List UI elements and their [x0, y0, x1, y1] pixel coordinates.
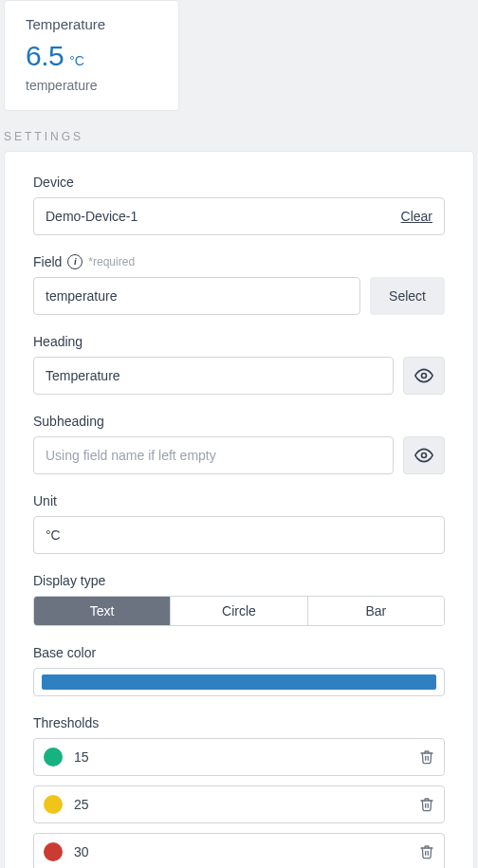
settings-panel: Device Clear Field i *required Select He…	[4, 151, 474, 868]
display-type-text[interactable]: Text	[34, 597, 171, 625]
unit-input-wrap	[33, 516, 445, 554]
unit-group: Unit	[33, 493, 445, 554]
preview-subheading: temperature	[26, 78, 157, 93]
subheading-input-wrap	[33, 436, 394, 474]
heading-label: Heading	[33, 334, 445, 349]
preview-card: Temperature 6.5 °C temperature	[4, 0, 179, 111]
display-type-segmented: Text Circle Bar	[33, 596, 445, 626]
display-type-group: Display type Text Circle Bar	[33, 573, 445, 626]
svg-point-0	[422, 374, 427, 379]
unit-input[interactable]	[46, 527, 432, 543]
display-type-bar[interactable]: Bar	[308, 597, 444, 625]
threshold-value-input[interactable]	[74, 844, 408, 859]
display-type-circle[interactable]: Circle	[171, 597, 307, 625]
field-label-row: Field i *required	[33, 254, 445, 269]
subheading-label: Subheading	[33, 414, 445, 429]
settings-section-title: SETTINGS	[4, 130, 478, 143]
preview-value: 6.5	[26, 40, 64, 72]
subheading-group: Subheading	[33, 414, 445, 474]
info-icon[interactable]: i	[67, 254, 83, 269]
eye-icon	[414, 446, 433, 465]
field-label: Field	[33, 254, 62, 269]
field-select-button[interactable]: Select	[370, 277, 445, 315]
subheading-input[interactable]	[46, 448, 381, 463]
trash-icon	[419, 749, 434, 765]
heading-input[interactable]	[46, 368, 381, 383]
thresholds-group: Thresholds + Add threshold	[33, 715, 445, 868]
eye-icon	[414, 366, 433, 385]
base-color-picker[interactable]	[33, 668, 445, 696]
heading-group: Heading	[33, 334, 445, 395]
heading-input-wrap	[33, 357, 394, 395]
threshold-row	[33, 785, 445, 823]
threshold-color-swatch[interactable]	[44, 795, 63, 814]
threshold-color-swatch[interactable]	[44, 748, 63, 766]
trash-icon	[419, 797, 434, 812]
threshold-value-input[interactable]	[74, 797, 408, 812]
threshold-row	[33, 833, 445, 868]
field-group: Field i *required Select	[33, 254, 445, 315]
device-input-wrap: Clear	[33, 197, 445, 235]
threshold-delete-button[interactable]	[419, 749, 434, 765]
field-input[interactable]	[46, 288, 348, 304]
display-type-label: Display type	[33, 573, 445, 588]
base-color-group: Base color	[33, 645, 445, 696]
threshold-delete-button[interactable]	[419, 797, 434, 812]
subheading-visibility-toggle[interactable]	[403, 436, 445, 474]
threshold-delete-button[interactable]	[419, 844, 434, 859]
svg-point-1	[422, 453, 427, 458]
base-color-label: Base color	[33, 645, 445, 660]
device-label: Device	[33, 175, 445, 190]
trash-icon	[419, 844, 434, 859]
threshold-row	[33, 738, 445, 776]
base-color-swatch	[42, 674, 436, 690]
preview-value-row: 6.5 °C	[26, 40, 157, 72]
device-group: Device Clear	[33, 175, 445, 235]
field-input-wrap	[33, 277, 360, 315]
field-hint: *required	[88, 255, 135, 268]
device-clear-link[interactable]: Clear	[401, 209, 432, 224]
heading-visibility-toggle[interactable]	[403, 357, 445, 395]
preview-heading: Temperature	[26, 16, 157, 32]
device-input[interactable]	[46, 209, 401, 224]
threshold-color-swatch[interactable]	[44, 842, 63, 861]
thresholds-label: Thresholds	[33, 715, 445, 730]
unit-label: Unit	[33, 493, 445, 508]
preview-unit: °C	[69, 53, 84, 68]
threshold-value-input[interactable]	[74, 749, 408, 765]
